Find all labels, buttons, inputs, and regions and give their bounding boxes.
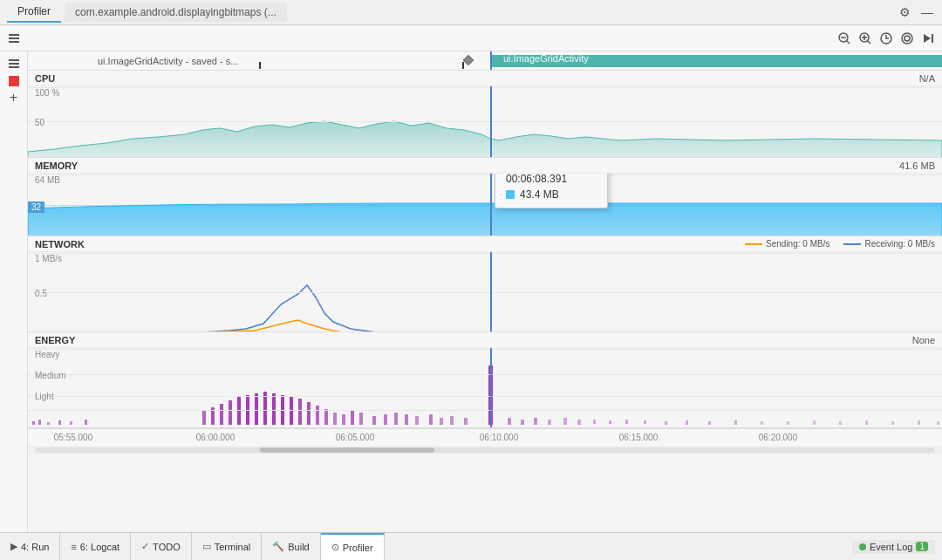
svg-rect-40 [333, 413, 337, 425]
legend-sending-line [745, 243, 762, 245]
energy-y-medium: Medium [35, 371, 66, 380]
svg-rect-16 [9, 63, 19, 65]
svg-rect-39 [324, 409, 328, 425]
svg-rect-75 [937, 421, 939, 425]
svg-rect-15 [9, 59, 19, 61]
svg-rect-38 [316, 406, 319, 425]
energy-y-heavy: Heavy [35, 350, 59, 359]
tab-run[interactable]: ▶ 4: Run [0, 533, 60, 560]
tooltip-memory-value: 43.4 MB [520, 188, 559, 201]
scrollbar-thumb[interactable] [260, 447, 434, 453]
ene-grid-medium [28, 396, 942, 397]
todo-icon: ✓ [141, 541, 149, 552]
add-icon[interactable]: + [10, 90, 17, 106]
tab-logcat[interactable]: ≡ 6: Logcat [60, 533, 131, 560]
title-bar-right: ⚙ — [897, 4, 935, 20]
svg-rect-66 [708, 421, 711, 425]
net-cursor [490, 252, 492, 332]
bottom-right: Event Log 1 [852, 540, 942, 554]
net-y-1: 1 MB/s [35, 254, 62, 263]
mem-cursor [490, 174, 492, 236]
scrollbar-area[interactable] [28, 446, 942, 454]
svg-rect-49 [429, 414, 433, 425]
toolbar [0, 25, 942, 51]
cpu-title: CPU [35, 73, 55, 84]
mem-grid-top [28, 174, 942, 175]
svg-rect-35 [290, 397, 293, 425]
skip-forward-icon[interactable] [919, 30, 937, 47]
cpu-grid-top [28, 87, 942, 88]
tab-todo-label: TODO [153, 542, 181, 552]
stop-button[interactable] [9, 76, 19, 86]
svg-rect-41 [342, 414, 345, 425]
network-section: NETWORK Sending: 0 MB/s Receiving: 0 MB/… [28, 236, 942, 332]
memory-section: MEMORY 41.6 MB 64 MB 32 [28, 158, 942, 236]
svg-rect-63 [644, 420, 646, 424]
cpu-y-50: 50 [35, 118, 44, 127]
legend-receiving: Receiving: 0 MB/s [843, 239, 935, 249]
svg-rect-65 [686, 420, 688, 425]
zoom-out-icon[interactable] [836, 30, 853, 47]
svg-rect-57 [548, 420, 551, 425]
cpu-cursor [490, 86, 492, 158]
capture-icon[interactable] [898, 30, 916, 47]
tab-build-label: Build [288, 542, 309, 552]
mem-y-64: 64 MB [35, 175, 60, 185]
tick-5: 06:20.000 [759, 433, 798, 442]
tab-profiler[interactable]: ⊙ Profiler [321, 533, 385, 560]
zoom-in-icon[interactable] [857, 30, 874, 47]
tooltip-time: 00:06:08.391 [506, 174, 597, 185]
energy-header: ENERGY None [28, 332, 942, 348]
tab-terminal[interactable]: ▭ Terminal [192, 533, 263, 560]
minimize-icon[interactable]: — [919, 4, 935, 20]
mem-y-32: 32 [28, 201, 44, 213]
svg-rect-58 [563, 418, 567, 425]
svg-rect-60 [593, 420, 596, 424]
reset-icon[interactable] [877, 30, 895, 47]
svg-rect-54 [508, 418, 511, 425]
logcat-icon: ≡ [71, 542, 76, 552]
svg-rect-73 [891, 421, 894, 425]
chart-area: ui.ImageGridActivity - saved - s... ui.I… [28, 51, 942, 532]
toolbar-right [836, 30, 937, 47]
svg-rect-29 [237, 397, 241, 425]
ene-cursor [490, 348, 492, 428]
side-list-icon[interactable] [5, 55, 23, 72]
svg-rect-37 [307, 402, 311, 425]
svg-rect-44 [372, 416, 376, 425]
toolbar-left [5, 30, 23, 47]
profiler-icon: ⊙ [331, 542, 339, 553]
svg-rect-18 [463, 55, 473, 65]
svg-rect-56 [534, 418, 537, 425]
svg-rect-28 [229, 400, 232, 425]
energy-chart [28, 348, 942, 428]
tab-todo[interactable]: ✓ TODO [131, 533, 192, 560]
cpu-grid-mid [28, 121, 942, 122]
tick-1: 06:00.000 [196, 433, 236, 442]
tab-run-label: 4: Run [21, 542, 49, 552]
list-icon[interactable] [5, 30, 23, 47]
svg-rect-71 [839, 421, 842, 425]
svg-rect-46 [394, 413, 398, 425]
tab-logcat-label: 6: Logcat [80, 542, 119, 552]
tab-device[interactable]: com.example.android.displayingbitmaps (.… [65, 3, 287, 22]
bottom-bar: ▶ 4: Run ≡ 6: Logcat ✓ TODO ▭ Terminal 🔨… [0, 532, 942, 560]
time-marker[interactable] [462, 54, 474, 68]
run-icon: ▶ [10, 541, 17, 552]
memory-header: MEMORY 41.6 MB [28, 158, 942, 174]
tick-3: 06:10.000 [480, 433, 519, 442]
tab-build[interactable]: 🔨 Build [262, 533, 320, 560]
cpu-value: N/A [919, 73, 935, 84]
tab-profiler[interactable]: Profiler [7, 2, 61, 23]
svg-rect-21 [47, 422, 50, 425]
side-panel: + [0, 51, 28, 532]
activity-label-right: ui.ImageGridActivity [503, 53, 589, 64]
svg-rect-1 [9, 38, 19, 39]
ene-grid-light [28, 410, 942, 411]
svg-point-11 [902, 33, 912, 44]
cpu-section: CPU N/A 100 % 50 [28, 71, 942, 158]
svg-rect-43 [359, 413, 363, 425]
event-log-button[interactable]: Event Log 1 [852, 540, 935, 554]
tooltip-memory-row: 43.4 MB [506, 188, 597, 201]
settings-icon[interactable]: ⚙ [897, 4, 912, 20]
